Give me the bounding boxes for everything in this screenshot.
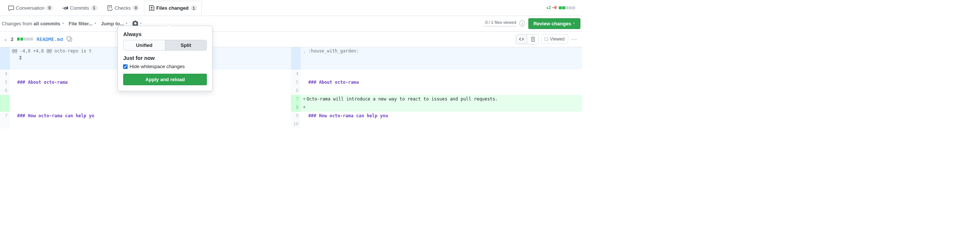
commit-icon [62, 5, 68, 11]
file-diff-bars [17, 38, 33, 41]
file-diff-icon [149, 5, 154, 11]
unified-button[interactable]: Unified [124, 40, 165, 50]
code-cell: ### How octo-rama can help you [301, 112, 582, 120]
line-number[interactable]: 5 [0, 78, 10, 87]
line-number-empty [0, 104, 10, 112]
diff-row: 10 [0, 120, 582, 129]
file-header-left: ⌄ 2 README.md [4, 36, 73, 42]
tab-commits[interactable]: Commits 1 [58, 1, 102, 15]
popover-heading-always: Always [123, 31, 207, 37]
diff-squares [559, 6, 575, 9]
line-number[interactable]: 9 [291, 112, 301, 120]
line-number[interactable]: 8 [291, 104, 301, 112]
caret-icon: ▼ [126, 22, 128, 25]
code-cell: ### How octo-rama can help yo [10, 112, 291, 120]
diff-row: 7 ### How octo-rama can help yo 9 ### Ho… [0, 112, 582, 120]
files-viewed: 0 / 1 files viewed [483, 20, 516, 27]
hide-whitespace-checkbox[interactable] [123, 64, 127, 69]
file-name[interactable]: README.md [37, 37, 63, 42]
code-icon [519, 37, 524, 42]
tab-count: 1 [91, 5, 97, 10]
diff-row-addition: 8 + [0, 104, 582, 112]
review-changes-button[interactable]: Review changes ▼ [528, 18, 581, 29]
tab-label: Commits [70, 5, 89, 11]
code-cell-empty [10, 95, 291, 104]
line-number[interactable]: 10 [291, 120, 301, 129]
split-button[interactable]: Split [165, 40, 207, 50]
hunk-text-right: . :house_with_garden: [301, 47, 582, 70]
expand-hunk-icon[interactable] [0, 47, 10, 70]
deletions-count: −0 [552, 5, 557, 10]
hunk-header-row: @@ -4,6 +4,8 @@ octo-repo is t . :house_… [0, 47, 582, 70]
code-cell: ### About octo-rama [301, 78, 582, 87]
line-number[interactable]: 6 [291, 86, 301, 95]
copy-icon[interactable] [67, 36, 72, 42]
line-number[interactable]: 7 [0, 112, 10, 120]
comment-icon [8, 5, 14, 11]
hide-whitespace-row[interactable]: Hide whitespace changes [123, 64, 207, 69]
diff-row-addition: 7 +Octo-rama will introduce a new way to… [0, 95, 582, 104]
toolbar-right: 0 / 1 files viewed i Review changes ▼ [483, 18, 580, 29]
caret-icon: ▼ [62, 22, 64, 25]
line-number[interactable]: 4 [291, 70, 301, 78]
collapse-chevron-icon[interactable]: ⌄ [4, 37, 8, 42]
file-change-count: 2 [11, 37, 13, 42]
diff-row: 6 6 [0, 86, 582, 95]
code-cell [10, 120, 291, 129]
tab-count: 1 [191, 5, 197, 10]
viewed-checkbox[interactable]: Viewed [541, 34, 568, 44]
caret-icon: ▼ [94, 22, 97, 25]
apply-and-reload-button[interactable]: Apply and reload [123, 74, 207, 85]
tabs-left: Conversation 0 Commits 1 Checks 0 Files … [4, 1, 202, 15]
line-number-empty [0, 95, 10, 104]
hunk-blank [291, 47, 301, 70]
svg-point-0 [64, 7, 66, 9]
tab-conversation[interactable]: Conversation 0 [4, 1, 58, 15]
line-number[interactable]: 6 [0, 86, 10, 95]
line-number[interactable]: 5 [291, 78, 301, 87]
diff-view-mode [515, 34, 539, 44]
file-header-right: Viewed ··· [515, 34, 579, 44]
line-number[interactable]: 4 [0, 70, 10, 78]
code-cell [301, 70, 582, 78]
code-cell [301, 86, 582, 95]
changes-from-dropdown[interactable]: Changes from all commits ▼ [2, 21, 64, 26]
checklist-icon [107, 5, 113, 11]
code-cell [301, 120, 582, 129]
tab-label: Conversation [16, 5, 45, 11]
diff-layout-toggle: Unified Split [123, 40, 207, 51]
diff-stats: +2 −0 [546, 5, 579, 10]
line-number[interactable]: 7 [291, 95, 301, 104]
tab-checks[interactable]: Checks 0 [102, 1, 144, 15]
file-filter-dropdown[interactable]: File filter... ▼ [69, 21, 97, 26]
diff-row: 4 4 [0, 70, 582, 78]
progress-bar [483, 26, 516, 27]
code-cell: +Octo-rama will introduce a new way to r… [301, 95, 582, 104]
code-cell: + [301, 104, 582, 112]
caret-icon: ▼ [573, 22, 575, 25]
popover-heading-just-for-now: Just for now [123, 55, 207, 61]
file-header: ⌄ 2 README.md Viewed ··· [0, 31, 582, 47]
source-diff-button[interactable] [516, 35, 528, 44]
additions-count: +2 [546, 5, 551, 10]
diff-toolbar: Changes from all commits ▼ File filter..… [0, 16, 582, 31]
line-number-empty [0, 120, 10, 129]
info-icon[interactable]: i [519, 21, 525, 26]
code-cell-empty [10, 104, 291, 112]
kebab-menu-icon[interactable]: ··· [570, 35, 579, 43]
diff-settings-popover: Always Unified Split Just for now Hide w… [118, 26, 212, 91]
tab-count: 0 [132, 5, 139, 10]
diff-table: @@ -4,6 +4,8 @@ octo-repo is t . :house_… [0, 47, 582, 129]
file-icon [531, 37, 535, 42]
tab-label: Files changed [156, 5, 189, 11]
tab-count: 0 [46, 5, 53, 10]
tab-files-changed[interactable]: Files changed 1 [144, 1, 202, 15]
rich-diff-button[interactable] [527, 35, 538, 44]
viewed-input[interactable] [544, 37, 549, 41]
caret-icon: ▼ [140, 22, 142, 25]
diff-row: 5 ### About octo-rama 5 ### About octo-r… [0, 78, 582, 87]
pr-tabs: Conversation 0 Commits 1 Checks 0 Files … [0, 0, 582, 16]
tab-label: Checks [115, 5, 131, 11]
